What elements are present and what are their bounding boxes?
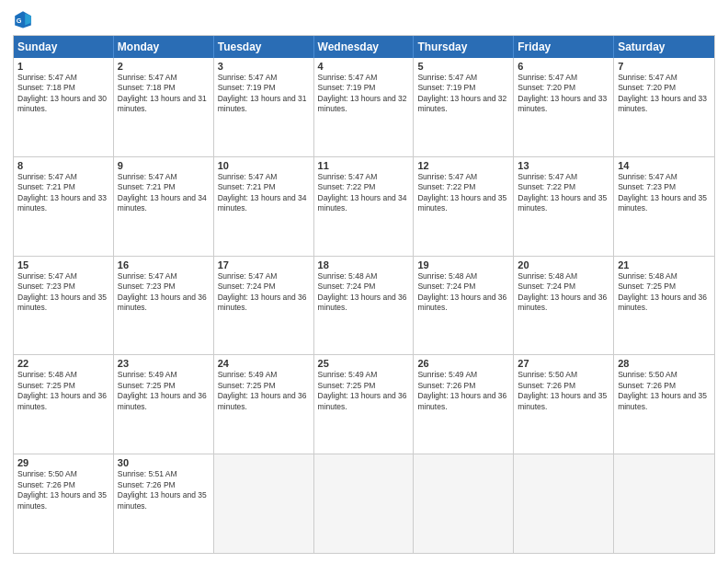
calendar-cell: 1 Sunrise: 5:47 AMSunset: 7:18 PMDayligh… [14,58,114,156]
calendar-cell: 13 Sunrise: 5:47 AMSunset: 7:22 PMDaylig… [514,157,614,256]
calendar-row: 29 Sunrise: 5:50 AMSunset: 7:26 PMDaylig… [14,454,714,553]
header-day: Tuesday [214,36,314,58]
calendar-cell: 15 Sunrise: 5:47 AMSunset: 7:23 PMDaylig… [14,257,114,355]
calendar-row: 15 Sunrise: 5:47 AMSunset: 7:23 PMDaylig… [14,257,714,356]
day-number: 18 [318,259,410,270]
day-number: 6 [518,61,609,72]
calendar-cell: 30 Sunrise: 5:51 AMSunset: 7:26 PMDaylig… [114,454,214,553]
cell-info: Sunrise: 5:47 AMSunset: 7:24 PMDaylight:… [218,271,307,312]
day-number: 10 [218,160,310,171]
calendar-cell: 20 Sunrise: 5:48 AMSunset: 7:24 PMDaylig… [514,257,614,355]
cell-info: Sunrise: 5:48 AMSunset: 7:24 PMDaylight:… [518,271,607,312]
cell-info: Sunrise: 5:47 AMSunset: 7:19 PMDaylight:… [218,73,307,113]
header-day: Monday [114,36,214,58]
calendar-row: 1 Sunrise: 5:47 AMSunset: 7:18 PMDayligh… [14,58,714,157]
svg-text:G: G [17,17,22,25]
calendar-header: SundayMondayTuesdayWednesdayThursdayFrid… [14,36,714,58]
calendar-cell: 5 Sunrise: 5:47 AMSunset: 7:19 PMDayligh… [414,58,514,156]
calendar-cell: 24 Sunrise: 5:49 AMSunset: 7:25 PMDaylig… [214,355,314,454]
calendar-cell [314,454,415,553]
calendar-cell [214,454,314,553]
cell-info: Sunrise: 5:49 AMSunset: 7:26 PMDaylight:… [417,370,506,410]
cell-info: Sunrise: 5:47 AMSunset: 7:21 PMDaylight:… [218,172,307,213]
day-number: 23 [118,358,210,369]
calendar-cell [514,454,614,553]
calendar-cell: 7 Sunrise: 5:47 AMSunset: 7:20 PMDayligh… [614,58,714,156]
cell-info: Sunrise: 5:48 AMSunset: 7:24 PMDaylight:… [318,271,407,312]
header-day: Sunday [14,36,114,58]
cell-info: Sunrise: 5:47 AMSunset: 7:22 PMDaylight:… [417,172,506,213]
day-number: 24 [218,358,310,369]
header-day: Thursday [414,36,514,58]
day-number: 17 [218,259,310,270]
cell-info: Sunrise: 5:47 AMSunset: 7:20 PMDaylight:… [618,73,707,113]
cell-info: Sunrise: 5:50 AMSunset: 7:26 PMDaylight:… [17,469,107,510]
day-number: 13 [518,160,609,171]
day-number: 29 [17,457,109,468]
day-number: 26 [417,358,509,369]
cell-info: Sunrise: 5:47 AMSunset: 7:19 PMDaylight:… [318,73,407,113]
calendar-cell: 19 Sunrise: 5:48 AMSunset: 7:24 PMDaylig… [414,257,514,355]
day-number: 1 [17,61,109,72]
cell-info: Sunrise: 5:47 AMSunset: 7:18 PMDaylight:… [118,73,207,113]
cell-info: Sunrise: 5:51 AMSunset: 7:26 PMDaylight:… [118,469,207,510]
calendar-cell: 9 Sunrise: 5:47 AMSunset: 7:21 PMDayligh… [114,157,214,256]
logo: G [13,9,37,29]
calendar-cell: 26 Sunrise: 5:49 AMSunset: 7:26 PMDaylig… [414,355,514,454]
calendar-cell: 18 Sunrise: 5:48 AMSunset: 7:24 PMDaylig… [314,257,415,355]
day-number: 25 [318,358,410,369]
cell-info: Sunrise: 5:48 AMSunset: 7:25 PMDaylight:… [618,271,707,312]
calendar-cell: 2 Sunrise: 5:47 AMSunset: 7:18 PMDayligh… [114,58,214,156]
calendar-cell: 3 Sunrise: 5:47 AMSunset: 7:19 PMDayligh… [214,58,314,156]
day-number: 20 [518,259,609,270]
calendar-row: 22 Sunrise: 5:48 AMSunset: 7:25 PMDaylig… [14,355,714,454]
cell-info: Sunrise: 5:49 AMSunset: 7:25 PMDaylight:… [318,370,407,410]
calendar-cell: 16 Sunrise: 5:47 AMSunset: 7:23 PMDaylig… [114,257,214,355]
day-number: 4 [318,61,410,72]
cell-info: Sunrise: 5:47 AMSunset: 7:22 PMDaylight:… [518,172,607,213]
cell-info: Sunrise: 5:47 AMSunset: 7:23 PMDaylight:… [618,172,707,213]
cell-info: Sunrise: 5:50 AMSunset: 7:26 PMDaylight:… [618,370,707,410]
day-number: 2 [118,61,210,72]
calendar-cell: 4 Sunrise: 5:47 AMSunset: 7:19 PMDayligh… [314,58,415,156]
cell-info: Sunrise: 5:47 AMSunset: 7:20 PMDaylight:… [518,73,607,113]
day-number: 16 [118,259,210,270]
cell-info: Sunrise: 5:49 AMSunset: 7:25 PMDaylight:… [118,370,207,410]
calendar-cell: 21 Sunrise: 5:48 AMSunset: 7:25 PMDaylig… [614,257,714,355]
day-number: 14 [618,160,711,171]
day-number: 21 [618,259,711,270]
calendar-cell: 11 Sunrise: 5:47 AMSunset: 7:22 PMDaylig… [314,157,415,256]
day-number: 27 [518,358,609,369]
day-number: 22 [17,358,109,369]
calendar-cell: 17 Sunrise: 5:47 AMSunset: 7:24 PMDaylig… [214,257,314,355]
calendar-cell: 14 Sunrise: 5:47 AMSunset: 7:23 PMDaylig… [614,157,714,256]
logo-icon: G [13,9,33,29]
day-number: 3 [218,61,310,72]
calendar-cell: 8 Sunrise: 5:47 AMSunset: 7:21 PMDayligh… [14,157,114,256]
day-number: 28 [618,358,711,369]
cell-info: Sunrise: 5:47 AMSunset: 7:18 PMDaylight:… [17,73,107,113]
header-day: Saturday [614,36,714,58]
calendar-body: 1 Sunrise: 5:47 AMSunset: 7:18 PMDayligh… [14,58,714,553]
day-number: 5 [417,61,509,72]
calendar-row: 8 Sunrise: 5:47 AMSunset: 7:21 PMDayligh… [14,157,714,257]
day-number: 19 [417,259,509,270]
cell-info: Sunrise: 5:47 AMSunset: 7:22 PMDaylight:… [318,172,407,213]
day-number: 12 [417,160,509,171]
calendar-cell [614,454,714,553]
calendar-cell: 28 Sunrise: 5:50 AMSunset: 7:26 PMDaylig… [614,355,714,454]
calendar-cell: 23 Sunrise: 5:49 AMSunset: 7:25 PMDaylig… [114,355,214,454]
cell-info: Sunrise: 5:50 AMSunset: 7:26 PMDaylight:… [518,370,607,410]
calendar-cell: 25 Sunrise: 5:49 AMSunset: 7:25 PMDaylig… [314,355,415,454]
cell-info: Sunrise: 5:48 AMSunset: 7:25 PMDaylight:… [17,370,107,410]
calendar-cell: 27 Sunrise: 5:50 AMSunset: 7:26 PMDaylig… [514,355,614,454]
header: G [13,9,715,29]
cell-info: Sunrise: 5:47 AMSunset: 7:23 PMDaylight:… [118,271,207,312]
cell-info: Sunrise: 5:48 AMSunset: 7:24 PMDaylight:… [417,271,506,312]
day-number: 30 [118,457,210,468]
calendar-cell: 22 Sunrise: 5:48 AMSunset: 7:25 PMDaylig… [14,355,114,454]
calendar-cell: 6 Sunrise: 5:47 AMSunset: 7:20 PMDayligh… [514,58,614,156]
calendar-cell: 12 Sunrise: 5:47 AMSunset: 7:22 PMDaylig… [414,157,514,256]
calendar-cell: 10 Sunrise: 5:47 AMSunset: 7:21 PMDaylig… [214,157,314,256]
calendar: SundayMondayTuesdayWednesdayThursdayFrid… [13,35,715,554]
